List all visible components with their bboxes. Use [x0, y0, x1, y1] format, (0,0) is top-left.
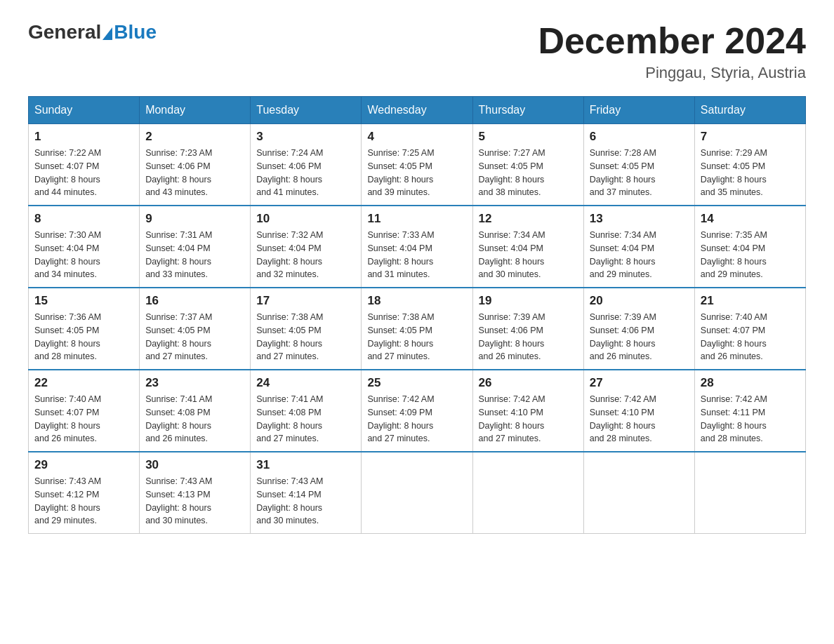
calendar-cell: 25Sunrise: 7:42 AMSunset: 4:09 PMDayligh…: [362, 370, 472, 452]
day-number: 7: [701, 130, 800, 144]
calendar-cell: 16Sunrise: 7:37 AMSunset: 4:05 PMDayligh…: [140, 288, 251, 370]
day-number: 17: [256, 294, 355, 308]
calendar-week-row: 15Sunrise: 7:36 AMSunset: 4:05 PMDayligh…: [29, 288, 806, 370]
calendar-cell: 23Sunrise: 7:41 AMSunset: 4:08 PMDayligh…: [140, 370, 251, 452]
day-info: Sunrise: 7:39 AMSunset: 4:06 PMDaylight:…: [479, 311, 578, 363]
day-info: Sunrise: 7:33 AMSunset: 4:04 PMDaylight:…: [367, 229, 466, 281]
calendar-cell: 3Sunrise: 7:24 AMSunset: 4:06 PMDaylight…: [251, 124, 362, 206]
day-number: 5: [479, 130, 578, 144]
calendar-cell: [362, 452, 472, 534]
day-info: Sunrise: 7:36 AMSunset: 4:05 PMDaylight:…: [34, 311, 133, 363]
calendar-week-row: 8Sunrise: 7:30 AMSunset: 4:04 PMDaylight…: [29, 206, 806, 288]
calendar-cell: 14Sunrise: 7:35 AMSunset: 4:04 PMDayligh…: [694, 206, 805, 288]
day-info: Sunrise: 7:42 AMSunset: 4:10 PMDaylight:…: [590, 393, 689, 445]
logo-arrow-icon: [102, 27, 112, 40]
day-info: Sunrise: 7:43 AMSunset: 4:12 PMDaylight:…: [34, 475, 133, 528]
calendar-week-row: 22Sunrise: 7:40 AMSunset: 4:07 PMDayligh…: [29, 370, 806, 452]
day-info: Sunrise: 7:31 AMSunset: 4:04 PMDaylight:…: [145, 229, 244, 281]
day-number: 24: [256, 376, 355, 390]
calendar-cell: 18Sunrise: 7:38 AMSunset: 4:05 PMDayligh…: [362, 288, 472, 370]
day-number: 16: [145, 294, 244, 308]
calendar-cell: 31Sunrise: 7:43 AMSunset: 4:14 PMDayligh…: [251, 452, 362, 534]
day-info: Sunrise: 7:42 AMSunset: 4:09 PMDaylight:…: [367, 393, 466, 445]
day-number: 23: [145, 376, 244, 390]
header-monday: Monday: [140, 97, 251, 124]
day-info: Sunrise: 7:37 AMSunset: 4:05 PMDaylight:…: [145, 311, 244, 363]
calendar-cell: 17Sunrise: 7:38 AMSunset: 4:05 PMDayligh…: [251, 288, 362, 370]
day-number: 18: [367, 294, 466, 308]
header-sunday: Sunday: [29, 97, 140, 124]
day-number: 14: [701, 212, 800, 226]
day-info: Sunrise: 7:42 AMSunset: 4:10 PMDaylight:…: [479, 393, 578, 445]
calendar-cell: 12Sunrise: 7:34 AMSunset: 4:04 PMDayligh…: [472, 206, 583, 288]
day-info: Sunrise: 7:41 AMSunset: 4:08 PMDaylight:…: [256, 393, 355, 445]
calendar-cell: 6Sunrise: 7:28 AMSunset: 4:05 PMDaylight…: [583, 124, 694, 206]
calendar-cell: 20Sunrise: 7:39 AMSunset: 4:06 PMDayligh…: [583, 288, 694, 370]
location-text: Pinggau, Styria, Austria: [538, 64, 806, 82]
day-number: 31: [256, 458, 355, 472]
day-number: 6: [590, 130, 689, 144]
day-number: 15: [34, 294, 133, 308]
calendar-cell: 1Sunrise: 7:22 AMSunset: 4:07 PMDaylight…: [29, 124, 140, 206]
day-number: 1: [34, 130, 133, 144]
month-title: December 2024: [538, 21, 806, 61]
day-info: Sunrise: 7:23 AMSunset: 4:06 PMDaylight:…: [145, 147, 244, 199]
day-info: Sunrise: 7:43 AMSunset: 4:14 PMDaylight:…: [256, 475, 355, 528]
header-tuesday: Tuesday: [251, 97, 362, 124]
calendar-cell: 5Sunrise: 7:27 AMSunset: 4:05 PMDaylight…: [472, 124, 583, 206]
day-number: 12: [479, 212, 578, 226]
calendar-cell: 21Sunrise: 7:40 AMSunset: 4:07 PMDayligh…: [694, 288, 805, 370]
calendar-table: SundayMondayTuesdayWednesdayThursdayFrid…: [28, 96, 806, 534]
day-number: 19: [479, 294, 578, 308]
day-info: Sunrise: 7:25 AMSunset: 4:05 PMDaylight:…: [367, 147, 466, 199]
day-info: Sunrise: 7:34 AMSunset: 4:04 PMDaylight:…: [590, 229, 689, 281]
day-number: 4: [367, 130, 466, 144]
calendar-cell: [472, 452, 583, 534]
day-number: 30: [145, 458, 244, 472]
calendar-week-row: 1Sunrise: 7:22 AMSunset: 4:07 PMDaylight…: [29, 124, 806, 206]
day-number: 26: [479, 376, 578, 390]
day-info: Sunrise: 7:40 AMSunset: 4:07 PMDaylight:…: [34, 393, 133, 445]
calendar-cell: 9Sunrise: 7:31 AMSunset: 4:04 PMDaylight…: [140, 206, 251, 288]
calendar-cell: 8Sunrise: 7:30 AMSunset: 4:04 PMDaylight…: [29, 206, 140, 288]
header-saturday: Saturday: [694, 97, 805, 124]
day-info: Sunrise: 7:28 AMSunset: 4:05 PMDaylight:…: [590, 147, 689, 199]
calendar-cell: 7Sunrise: 7:29 AMSunset: 4:05 PMDaylight…: [694, 124, 805, 206]
day-info: Sunrise: 7:27 AMSunset: 4:05 PMDaylight:…: [479, 147, 578, 199]
day-info: Sunrise: 7:29 AMSunset: 4:05 PMDaylight:…: [701, 147, 800, 199]
calendar-cell: 30Sunrise: 7:43 AMSunset: 4:13 PMDayligh…: [140, 452, 251, 534]
day-number: 28: [701, 376, 800, 390]
day-number: 22: [34, 376, 133, 390]
calendar-cell: 24Sunrise: 7:41 AMSunset: 4:08 PMDayligh…: [251, 370, 362, 452]
day-number: 21: [701, 294, 800, 308]
day-info: Sunrise: 7:39 AMSunset: 4:06 PMDaylight:…: [590, 311, 689, 363]
day-number: 8: [34, 212, 133, 226]
calendar-cell: 2Sunrise: 7:23 AMSunset: 4:06 PMDaylight…: [140, 124, 251, 206]
day-info: Sunrise: 7:35 AMSunset: 4:04 PMDaylight:…: [701, 229, 800, 281]
logo-blue-text: Blue: [114, 21, 157, 43]
calendar-cell: [694, 452, 805, 534]
day-info: Sunrise: 7:38 AMSunset: 4:05 PMDaylight:…: [256, 311, 355, 363]
calendar-cell: 22Sunrise: 7:40 AMSunset: 4:07 PMDayligh…: [29, 370, 140, 452]
calendar-cell: 29Sunrise: 7:43 AMSunset: 4:12 PMDayligh…: [29, 452, 140, 534]
calendar-cell: 19Sunrise: 7:39 AMSunset: 4:06 PMDayligh…: [472, 288, 583, 370]
day-number: 20: [590, 294, 689, 308]
calendar-cell: 28Sunrise: 7:42 AMSunset: 4:11 PMDayligh…: [694, 370, 805, 452]
calendar-cell: 27Sunrise: 7:42 AMSunset: 4:10 PMDayligh…: [583, 370, 694, 452]
day-info: Sunrise: 7:34 AMSunset: 4:04 PMDaylight:…: [479, 229, 578, 281]
day-info: Sunrise: 7:24 AMSunset: 4:06 PMDaylight:…: [256, 147, 355, 199]
logo-general-text: General: [28, 21, 101, 43]
calendar-header-row: SundayMondayTuesdayWednesdayThursdayFrid…: [29, 97, 806, 124]
day-number: 3: [256, 130, 355, 144]
calendar-cell: 15Sunrise: 7:36 AMSunset: 4:05 PMDayligh…: [29, 288, 140, 370]
title-section: December 2024 Pinggau, Styria, Austria: [538, 21, 806, 82]
header-thursday: Thursday: [472, 97, 583, 124]
day-info: Sunrise: 7:30 AMSunset: 4:04 PMDaylight:…: [34, 229, 133, 281]
day-info: Sunrise: 7:42 AMSunset: 4:11 PMDaylight:…: [701, 393, 800, 445]
calendar-cell: 26Sunrise: 7:42 AMSunset: 4:10 PMDayligh…: [472, 370, 583, 452]
day-info: Sunrise: 7:32 AMSunset: 4:04 PMDaylight:…: [256, 229, 355, 281]
logo: General Blue: [28, 21, 157, 43]
day-number: 10: [256, 212, 355, 226]
calendar-cell: 13Sunrise: 7:34 AMSunset: 4:04 PMDayligh…: [583, 206, 694, 288]
calendar-cell: [583, 452, 694, 534]
